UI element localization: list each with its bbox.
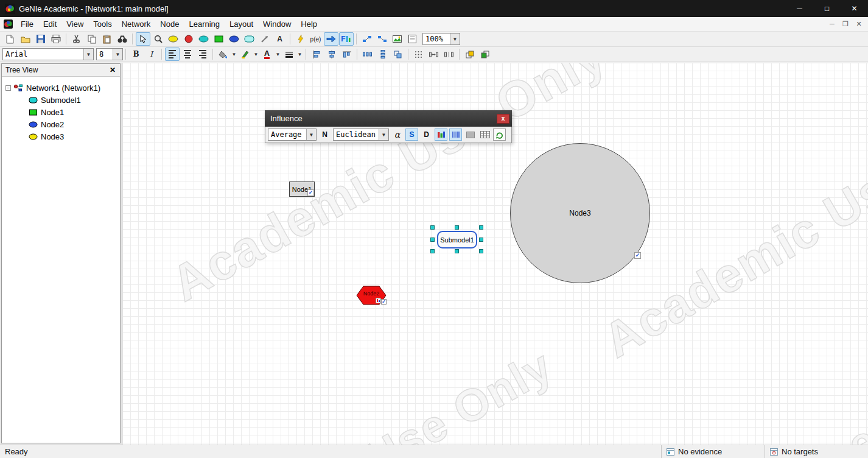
chevron-down-icon[interactable]: ▼: [113, 49, 122, 60]
align-text-center-button[interactable]: [180, 48, 195, 61]
align-text-left-button[interactable]: [165, 48, 180, 61]
mdi-restore-icon[interactable]: ❐: [841, 20, 850, 28]
influence-toolbar-titlebar[interactable]: Influence x: [265, 110, 512, 127]
line-style-button[interactable]: [282, 48, 296, 61]
italic-button[interactable]: I: [144, 48, 159, 61]
align-nodes-center-button[interactable]: [324, 48, 339, 61]
menu-edit[interactable]: Edit: [38, 17, 61, 31]
alpha-button[interactable]: α: [391, 129, 404, 141]
submodel-shape[interactable]: Submodel1: [437, 231, 477, 248]
refresh-button[interactable]: [493, 129, 506, 141]
menu-learning[interactable]: Learning: [184, 17, 225, 31]
distance-button[interactable]: D: [420, 129, 433, 141]
chevron-down-icon[interactable]: ▼: [379, 129, 388, 140]
strength-button[interactable]: S: [405, 129, 418, 141]
deterministic-node-tool-button[interactable]: [181, 32, 196, 46]
genie-icon[interactable]: [4, 19, 13, 29]
normalize-button[interactable]: N: [318, 129, 331, 141]
chance-node-tool-button[interactable]: [166, 32, 181, 46]
maximize-icon[interactable]: □: [813, 0, 841, 17]
line-color-button[interactable]: [238, 48, 253, 61]
increase-spacing-button[interactable]: [427, 48, 441, 61]
tree-item-network1[interactable]: − Network1 (Network1): [5, 82, 120, 94]
cut-button[interactable]: [69, 32, 84, 46]
menu-network[interactable]: Network: [117, 17, 156, 31]
node-node3[interactable]: Node3 ✓: [510, 143, 650, 283]
menu-layout[interactable]: Layout: [225, 17, 258, 31]
arc-tool-button[interactable]: [257, 32, 272, 46]
selection-handle[interactable]: [430, 238, 435, 242]
node-node1[interactable]: Node1 ✓: [289, 181, 315, 197]
node-node2[interactable]: Node2 ✓: [356, 286, 387, 305]
zoom-level-select[interactable]: 100% ▼: [422, 33, 460, 45]
network-canvas[interactable]: Academic Use Only Academic Use Use Only …: [122, 63, 868, 445]
mini-chart-icon[interactable]: [376, 298, 381, 303]
fill-color-dropdown-icon[interactable]: ▼: [231, 48, 237, 61]
menu-tools[interactable]: Tools: [88, 17, 116, 31]
copy-button[interactable]: [85, 32, 99, 46]
space-down-button[interactable]: [376, 48, 390, 61]
align-nodes-left-button[interactable]: [309, 48, 324, 61]
align-nodes-top-button[interactable]: [340, 48, 354, 61]
tree-item-node1[interactable]: Node1: [5, 106, 120, 118]
evidence-checkbox-icon[interactable]: ✓: [634, 252, 641, 259]
influence-mode-select[interactable]: Average ▼: [268, 129, 317, 141]
evidence-checkbox-icon[interactable]: ✓: [381, 299, 387, 305]
zoom-tool-button[interactable]: [151, 32, 166, 46]
selection-handle[interactable]: [479, 225, 483, 230]
line-style-dropdown-icon[interactable]: ▼: [296, 48, 303, 61]
space-across-button[interactable]: [360, 48, 375, 61]
chevron-down-icon[interactable]: ▼: [306, 129, 316, 140]
minimize-icon[interactable]: ─: [786, 0, 813, 17]
solid-view-button[interactable]: [464, 129, 477, 141]
show-children-button[interactable]: [375, 32, 390, 46]
selection-handle[interactable]: [479, 238, 483, 242]
report-button[interactable]: [405, 32, 420, 46]
update-immediate-button[interactable]: [293, 32, 308, 46]
selection-handle[interactable]: [479, 249, 483, 253]
selection-handle[interactable]: [455, 249, 459, 253]
decision-node-tool-button[interactable]: [212, 32, 226, 46]
selection-handle[interactable]: [430, 225, 435, 230]
textbox-tool-button[interactable]: A: [273, 32, 287, 46]
decrease-spacing-button[interactable]: [442, 48, 457, 61]
paste-button[interactable]: [100, 32, 114, 46]
menu-help[interactable]: Help: [296, 17, 322, 31]
probability-evidence-button[interactable]: p(e): [309, 32, 323, 46]
tree-item-node2[interactable]: Node2: [5, 118, 120, 130]
close-icon[interactable]: x: [497, 114, 509, 124]
save-button[interactable]: [33, 32, 48, 46]
selection-handle[interactable]: [455, 225, 459, 230]
value-of-information-button[interactable]: F: [339, 32, 354, 46]
close-icon[interactable]: ✕: [841, 0, 868, 17]
tree-item-submodel1[interactable]: Submodel1: [5, 94, 120, 106]
font-color-dropdown-icon[interactable]: ▼: [275, 48, 281, 61]
align-text-right-button[interactable]: [195, 48, 210, 61]
new-button[interactable]: [3, 32, 18, 46]
menu-window[interactable]: Window: [258, 17, 296, 31]
menu-node[interactable]: Node: [155, 17, 184, 31]
mdi-minimize-icon[interactable]: ─: [828, 20, 836, 28]
bring-to-front-button[interactable]: [463, 48, 477, 61]
show-parents-button[interactable]: [360, 32, 374, 46]
utility-node-tool-button[interactable]: [227, 32, 242, 46]
export-image-button[interactable]: [390, 32, 405, 46]
update-beliefs-button[interactable]: [324, 32, 338, 46]
select-tool-button[interactable]: [136, 32, 150, 46]
mdi-close-icon[interactable]: ✕: [855, 20, 863, 28]
fill-color-button[interactable]: [216, 48, 231, 61]
bar-chart-view-button[interactable]: [435, 129, 447, 141]
line-color-dropdown-icon[interactable]: ▼: [253, 48, 259, 61]
chevron-down-icon[interactable]: ▼: [450, 33, 460, 44]
font-color-button[interactable]: A: [260, 48, 275, 61]
font-family-select[interactable]: Arial ▼: [2, 48, 94, 60]
equation-node-tool-button[interactable]: [197, 32, 211, 46]
tree-item-node3[interactable]: Node3: [5, 130, 120, 143]
evidence-checkbox-icon[interactable]: ✓: [307, 189, 314, 196]
make-same-size-button[interactable]: [391, 48, 405, 61]
selection-handle[interactable]: [430, 249, 435, 253]
send-to-back-button[interactable]: [478, 48, 492, 61]
open-button[interactable]: [18, 32, 33, 46]
menu-file[interactable]: File: [16, 17, 38, 31]
submodel-tool-button[interactable]: [242, 32, 257, 46]
